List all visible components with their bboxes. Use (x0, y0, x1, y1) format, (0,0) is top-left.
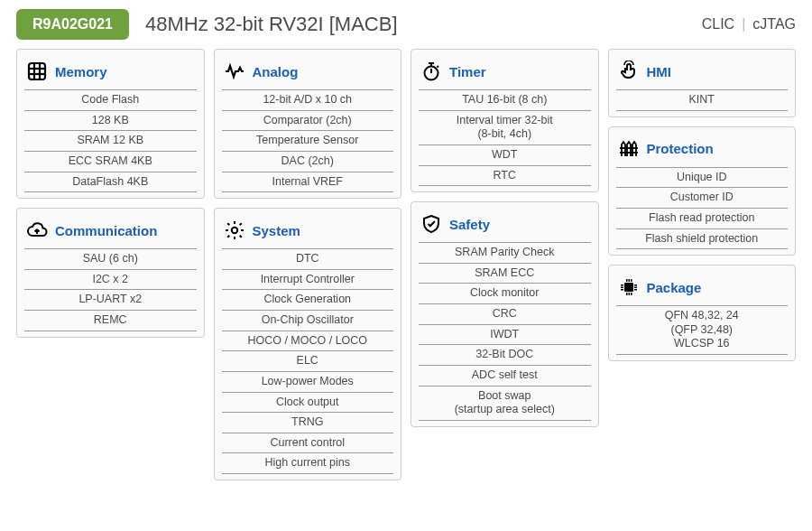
column-2: Analog 12-bit A/D x 10 chComparator (2ch… (214, 49, 402, 480)
cloud-upload-icon (26, 219, 48, 241)
list-item: SAU (6 ch) (24, 248, 197, 270)
list-item: Flash read protection (616, 209, 789, 229)
card-items: SAU (6 ch)I2C x 2LP-UART x2REMC (24, 248, 197, 331)
list-item: Internal VREF (222, 172, 394, 193)
card-header: Package (616, 273, 789, 305)
card-items: TAU 16-bit (8 ch)Interval timer 32-bit(8… (419, 89, 591, 186)
list-item: CRC (419, 304, 591, 325)
svg-rect-23 (626, 293, 628, 295)
card-title: System (253, 223, 300, 238)
card-items: 12-bit A/D x 10 chComparator (2ch)Temper… (222, 89, 394, 192)
list-item: I2C x 2 (24, 270, 197, 291)
list-item: Interrupt Controller (222, 270, 394, 291)
list-item: Clock monitor (419, 284, 591, 304)
column-4: HMI KINT Protection Unique IDCustomer ID… (608, 49, 797, 361)
svg-rect-13 (624, 283, 633, 292)
card-safety: Safety SRAM Parity CheckSRAM ECCClock mo… (411, 201, 599, 427)
list-item: Temperature Sensor (222, 131, 394, 152)
svg-point-5 (231, 228, 236, 233)
svg-rect-19 (634, 289, 637, 291)
list-item: Interval timer 32-bit(8-bit, 4ch) (419, 111, 591, 145)
list-item: IWDT (419, 325, 591, 346)
shield-check-icon (420, 213, 442, 235)
card-title: Memory (55, 64, 107, 79)
card-analog: Analog 12-bit A/D x 10 chComparator (2ch… (214, 49, 402, 199)
card-header: Communication (24, 216, 197, 248)
card-protection: Protection Unique IDCustomer IDFlash rea… (608, 126, 797, 256)
card-items: KINT (616, 89, 789, 111)
card-timer: Timer TAU 16-bit (8 ch)Interval timer 32… (411, 49, 599, 192)
grid: Memory Code Flash128 KBSRAM 12 KBECC SRA… (16, 49, 796, 480)
card-header: Analog (222, 57, 394, 89)
card-system: System DTCInterrupt ControllerClock Gene… (214, 208, 402, 480)
card-package: Package QFN 48,32, 24(QFP 32,48)WLCSP 16 (608, 265, 797, 361)
list-item: TRNG (222, 413, 394, 433)
svg-rect-18 (634, 287, 637, 289)
list-item: 128 KB (24, 111, 197, 132)
list-item: LP-UART x2 (24, 290, 197, 311)
page-title: 48MHz 32-bit RV32I [MACB] (145, 13, 702, 36)
separator: | (742, 16, 745, 33)
card-header: Protection (616, 135, 789, 167)
svg-rect-20 (626, 279, 628, 282)
list-item: RTC (419, 166, 591, 187)
list-item: ELC (222, 351, 394, 372)
list-item: DAC (2ch) (222, 152, 394, 172)
card-title: Analog (253, 64, 299, 79)
header-right-2: cJTAG (752, 16, 796, 33)
card-hmi: HMI KINT (608, 49, 797, 117)
list-item: Unique ID (616, 167, 789, 189)
list-item: ECC SRAM 4KB (24, 152, 197, 172)
list-item: DTC (222, 248, 394, 270)
card-header: System (222, 216, 394, 248)
list-item: DataFlash 4KB (24, 172, 197, 193)
card-header: HMI (616, 57, 789, 89)
header-right: CLIC | cJTAG (702, 16, 796, 33)
svg-rect-0 (29, 63, 45, 79)
list-item: Comparator (2ch) (222, 111, 394, 132)
chip-badge: R9A02G021 (16, 9, 129, 40)
card-title: Communication (55, 223, 157, 238)
svg-rect-14 (621, 284, 623, 286)
list-item: QFN 48,32, 24(QFP 32,48)WLCSP 16 (616, 305, 789, 355)
list-item: Low-power Modes (222, 372, 394, 393)
card-memory: Memory Code Flash128 KBSRAM 12 KBECC SRA… (16, 49, 205, 199)
card-title: Timer (449, 64, 486, 79)
svg-rect-25 (631, 293, 632, 295)
svg-rect-16 (621, 289, 623, 291)
list-item: Current control (222, 433, 394, 454)
list-item: Flash shield protection (616, 229, 789, 250)
list-item: Customer ID (616, 188, 789, 209)
list-item: High current pins (222, 453, 394, 474)
gear-icon (224, 219, 245, 241)
svg-rect-24 (628, 293, 630, 295)
list-item: 32-Bit DOC (419, 345, 591, 366)
list-item: WDT (419, 145, 591, 166)
list-item: KINT (616, 89, 789, 111)
touch-icon (618, 61, 640, 82)
list-item: REMC (24, 311, 197, 331)
wave-icon (224, 61, 245, 82)
list-item: SRAM ECC (419, 264, 591, 284)
grid-icon (26, 61, 48, 82)
card-header: Safety (419, 210, 591, 242)
card-items: SRAM Parity CheckSRAM ECCClock monitorCR… (419, 242, 591, 421)
chip-icon (618, 276, 640, 298)
card-title: Package (647, 280, 702, 295)
svg-rect-21 (628, 279, 630, 282)
card-header: Memory (24, 57, 197, 89)
list-item: HOCO / MOCO / LOCO (222, 331, 394, 352)
card-title: Protection (647, 141, 714, 156)
header: R9A02G021 48MHz 32-bit RV32I [MACB] CLIC… (16, 9, 796, 40)
list-item: 12-bit A/D x 10 ch (222, 89, 394, 111)
card-communication: Communication SAU (6 ch)I2C x 2LP-UART x… (16, 208, 205, 338)
svg-line-10 (438, 66, 439, 68)
list-item: Code Flash (24, 89, 197, 111)
list-item: Boot swap(startup area select) (419, 387, 591, 421)
header-right-1: CLIC (702, 16, 734, 33)
list-item: SRAM 12 KB (24, 131, 197, 152)
fence-icon (618, 138, 640, 160)
card-header: Timer (419, 57, 591, 89)
card-items: DTCInterrupt ControllerClock GenerationO… (222, 248, 394, 474)
stopwatch-icon (420, 61, 442, 82)
